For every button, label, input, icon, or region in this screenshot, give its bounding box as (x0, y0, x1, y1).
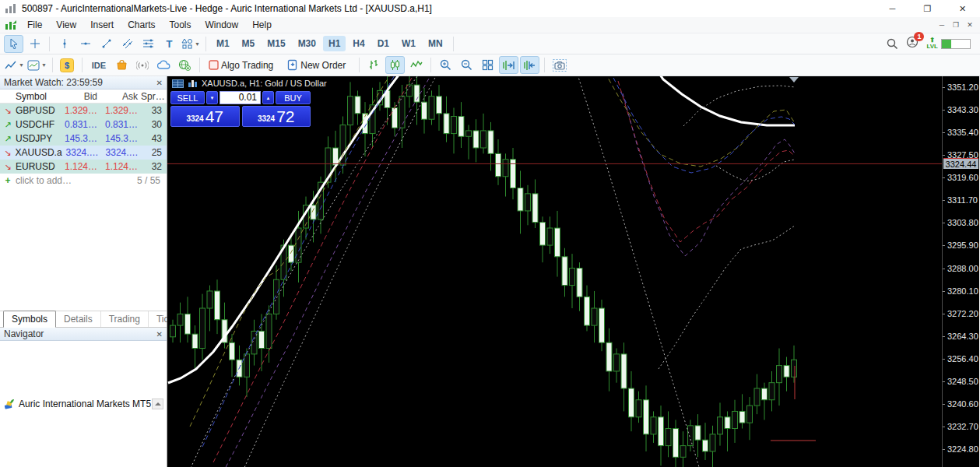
market-watch-row-usdchf[interactable]: ↗USDCHF0.831…0.831…30 (0, 118, 167, 132)
candle-body (230, 342, 235, 360)
volume-decrease-button[interactable]: ▼ (206, 91, 218, 104)
add-symbol-row[interactable]: + click to add… 5 / 55 (0, 174, 167, 188)
bars-mode-button[interactable] (364, 56, 384, 74)
axis-label: 3232.70 (947, 422, 978, 431)
horizontal-line-icon (80, 38, 91, 49)
cursor-tool-button[interactable] (4, 35, 23, 53)
candle-body (585, 297, 590, 325)
candle-body (769, 383, 775, 400)
menu-tools[interactable]: Tools (163, 17, 198, 33)
candle-body (451, 117, 457, 134)
market-watch-row-usdjpy[interactable]: ↗USDJPY145.3…145.3…43 (0, 132, 167, 146)
level-indicator[interactable]: ⬆LVL (926, 37, 971, 50)
chart-window-button[interactable]: ▼ (26, 56, 47, 74)
signals-button[interactable] (133, 56, 153, 74)
candle-body (555, 228, 560, 257)
chevron-down-icon: ▼ (19, 62, 24, 68)
tab-symbols[interactable]: Symbols (3, 311, 56, 328)
child-close-icon[interactable]: ✕ (963, 17, 977, 33)
community-button[interactable] (175, 56, 195, 74)
buy-price-panel[interactable]: 3324 72 (242, 106, 311, 127)
auto-scroll-button[interactable] (499, 56, 518, 74)
tab-trading[interactable]: Trading (101, 311, 149, 327)
ide-button[interactable]: IDE (87, 56, 111, 74)
price-axis[interactable]: 3351.203343.303335.403327.503319.603311.… (942, 76, 979, 467)
candles-mode-button[interactable] (385, 56, 405, 74)
market-watch-row-eurusd[interactable]: ↘EURUSD1.124…1.124…32 (0, 160, 167, 174)
navigator-item-account[interactable]: Auric International Markets MT5 (0, 341, 167, 467)
line-mode-button[interactable] (406, 56, 426, 74)
search-icon[interactable] (887, 38, 898, 50)
zoom-out-button[interactable] (457, 56, 476, 74)
candle-body (732, 411, 738, 428)
volume-increase-button[interactable]: ▲ (262, 91, 274, 104)
zoom-in-button[interactable] (436, 56, 455, 74)
tile-windows-button[interactable] (478, 56, 497, 74)
market-watch-row-xauusd.a[interactable]: ↘XAUUSD.a3324.…3324.…25 (0, 146, 167, 160)
volume-input[interactable]: 0.01 (220, 91, 261, 104)
notifications-button[interactable]: 1 (906, 36, 919, 51)
vps-button[interactable] (154, 56, 174, 74)
algo-trading-button[interactable]: Algo Trading (205, 56, 282, 74)
timeframe-h1[interactable]: H1 (323, 36, 346, 51)
sell-price-panel[interactable]: 3324 47 (170, 106, 240, 127)
timeframe-m15[interactable]: M15 (262, 36, 290, 51)
column-spread[interactable]: Spr… (141, 91, 167, 102)
axis-label: 3335.40 (947, 128, 978, 137)
candle-body (503, 160, 508, 177)
menu-window[interactable]: Window (198, 17, 246, 33)
shapes-tool-button[interactable]: ▼ (181, 35, 201, 53)
panel-tabs: SymbolsDetailsTradingTicks (0, 311, 167, 328)
market-button[interactable] (112, 56, 132, 74)
column-bid[interactable]: Bid (60, 91, 100, 102)
vertical-line-tool-button[interactable] (54, 35, 74, 53)
column-symbol[interactable]: Symbol (16, 91, 60, 102)
timeframe-m30[interactable]: M30 (293, 36, 321, 51)
navigator-header[interactable]: Navigator ✕ (0, 328, 167, 341)
timeframe-d1[interactable]: D1 (372, 36, 395, 51)
candlestick-chart[interactable] (167, 76, 942, 467)
new-order-button[interactable]: New Order (283, 56, 354, 74)
menu-file[interactable]: File (20, 17, 49, 33)
menu-help[interactable]: Help (245, 17, 279, 33)
camera-icon (553, 59, 567, 72)
levels-tool-button[interactable] (139, 35, 158, 53)
tab-details[interactable]: Details (56, 311, 101, 327)
market-watch-close-icon[interactable]: ✕ (156, 79, 163, 87)
timeframe-w1[interactable]: W1 (396, 36, 421, 51)
screenshot-button[interactable] (550, 56, 569, 74)
trendline-tool-button[interactable] (97, 35, 116, 53)
channel-tool-button[interactable] (118, 35, 137, 53)
market-watch-header[interactable]: Market Watch: 23:59:59 ✕ (0, 76, 167, 90)
menu-charts[interactable]: Charts (121, 17, 162, 33)
horizontal-line-tool-button[interactable] (76, 35, 95, 53)
crosshair-tool-button[interactable] (25, 35, 44, 53)
market-watch-row-gbpusd[interactable]: ↘GBPUSD1.329…1.329…33 (0, 104, 167, 118)
axis-label: 3224.80 (947, 444, 978, 454)
axis-label: 3351.20 (947, 83, 978, 92)
market-watch-title: Market Watch: 23:59:59 (4, 77, 103, 88)
menu-insert[interactable]: Insert (83, 17, 121, 33)
close-icon[interactable]: ✕ (945, 0, 980, 17)
text-tool-button[interactable]: T (160, 35, 179, 53)
timeframe-mn[interactable]: MN (423, 36, 448, 51)
restore-icon[interactable]: ❐ (910, 0, 945, 17)
axis-tick (943, 245, 945, 246)
sell-button[interactable]: SELL (170, 91, 205, 104)
navigator-close-icon[interactable]: ✕ (156, 330, 163, 339)
minimize-icon[interactable]: ─ (875, 0, 910, 17)
timeframe-m1[interactable]: M1 (211, 36, 235, 51)
child-minimize-icon[interactable]: ─ (935, 17, 949, 33)
scroll-up-button[interactable] (152, 399, 163, 409)
tick-direction-icon: ↗ (0, 134, 16, 144)
deposit-button[interactable]: $ (58, 56, 77, 74)
chart-area[interactable]: XAUUSD.a, H1: Gold / US Dollar SELL ▼ 0.… (167, 76, 942, 467)
column-ask[interactable]: Ask (100, 91, 141, 102)
buy-button[interactable]: BUY (276, 91, 311, 104)
timeframe-m5[interactable]: M5 (237, 36, 261, 51)
child-restore-icon[interactable]: ❐ (949, 17, 963, 33)
timeframe-h4[interactable]: H4 (347, 36, 370, 51)
chart-type-button[interactable]: ▼ (4, 56, 25, 74)
chart-shift-button[interactable] (520, 56, 539, 74)
menu-view[interactable]: View (49, 17, 83, 33)
